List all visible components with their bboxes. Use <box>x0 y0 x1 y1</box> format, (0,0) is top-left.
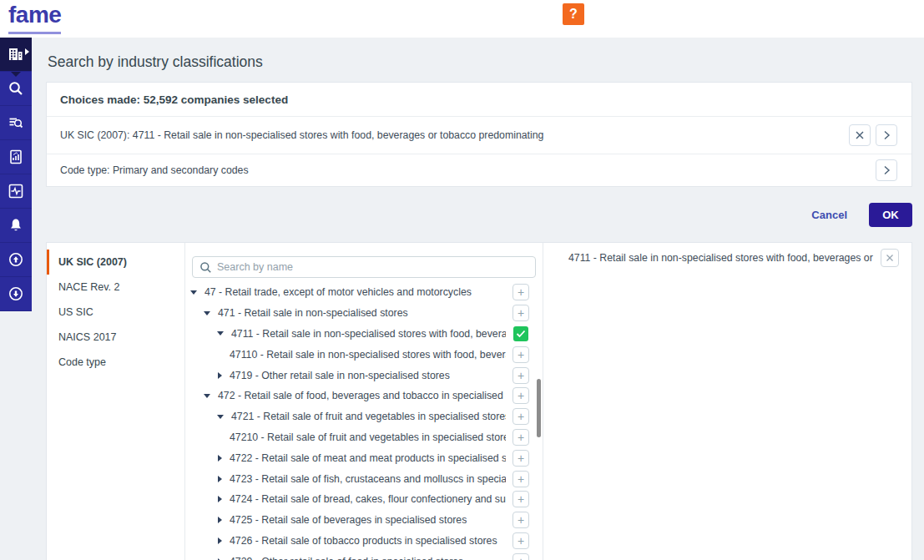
classification-nav-item[interactable]: US SIC <box>47 300 184 325</box>
classification-tree: 47 - Retail trade, except of motor vehic… <box>185 282 543 560</box>
cancel-button[interactable]: Cancel <box>811 209 847 221</box>
expand-node-arrow-icon[interactable] <box>218 476 222 482</box>
sidebar-item-search[interactable] <box>0 72 32 106</box>
report-icon <box>8 149 24 165</box>
add-node-button[interactable]: + <box>512 553 529 560</box>
sidebar-item-companies[interactable] <box>0 38 32 72</box>
add-node-button[interactable]: + <box>512 408 529 425</box>
choice-actions <box>876 159 897 181</box>
collapse-node-arrow-icon[interactable] <box>204 311 210 315</box>
help-button[interactable]: ? <box>563 3 584 25</box>
tree-row[interactable]: 47 - Retail trade, except of motor vehic… <box>185 282 543 303</box>
tree-search-box <box>192 256 536 278</box>
icon-sidebar <box>0 38 32 311</box>
classification-nav-item[interactable]: Code type <box>47 350 184 375</box>
add-node-button[interactable]: + <box>512 450 529 467</box>
tree-row[interactable]: 4711 - Retail sale in non-specialised st… <box>185 324 543 345</box>
download-circle-icon <box>8 285 24 302</box>
collapse-node-arrow-icon[interactable] <box>190 290 197 295</box>
expand-node-arrow-icon[interactable] <box>218 455 222 462</box>
search-icon <box>199 261 212 274</box>
collapse-node-arrow-icon[interactable] <box>217 415 224 419</box>
tree-node-label: 47110 - Retail sale in non-specialised s… <box>230 349 506 361</box>
add-node-button[interactable]: + <box>512 429 529 446</box>
add-node-button[interactable]: + <box>512 387 529 404</box>
tree-node-label: 4719 - Other retail sale in non-speciali… <box>230 370 450 381</box>
edit-choice-button[interactable] <box>876 159 897 181</box>
tree-row[interactable]: 471 - Retail sale in non-specialised sto… <box>185 303 543 324</box>
add-node-button[interactable]: + <box>512 346 529 363</box>
sidebar-item-export[interactable] <box>0 243 32 277</box>
sidebar-item-import[interactable] <box>0 277 32 311</box>
classification-tree-column: 47 - Retail trade, except of motor vehic… <box>184 243 543 560</box>
tree-node-label: 4725 - Retail sale of beverages in speci… <box>230 514 467 526</box>
collapse-node-arrow-icon[interactable] <box>204 394 210 398</box>
sidebar-item-reports[interactable] <box>0 140 32 174</box>
tree-row[interactable]: 4724 - Retail sale of bread, cakes, flou… <box>185 489 543 510</box>
expand-node-arrow-icon[interactable] <box>218 517 222 523</box>
classification-nav-item[interactable]: UK SIC (2007) <box>47 250 184 275</box>
tree-row[interactable]: 472 - Retail sale of food, beverages and… <box>185 386 543 406</box>
tree-node-label: 4711 - Retail sale in non-specialised st… <box>231 328 506 340</box>
tree-row[interactable]: 4729 - Other retail sale of food in spec… <box>185 551 543 560</box>
expand-node-arrow-icon[interactable] <box>218 372 222 379</box>
selected-code-label: 4711 - Retail sale in non-specialised st… <box>568 252 874 264</box>
close-icon <box>854 129 866 141</box>
choice-actions <box>849 124 897 146</box>
classification-nav-item[interactable]: NAICS 2017 <box>47 325 184 350</box>
sidebar-item-saved-searches[interactable] <box>0 106 32 140</box>
sidebar-item-analysis[interactable] <box>0 174 32 209</box>
tree-row[interactable]: 4726 - Retail sale of tobacco products i… <box>185 531 543 552</box>
remove-selected-code-button[interactable] <box>881 249 899 267</box>
sidebar-expand-arrow-icon <box>25 48 29 55</box>
tree-row[interactable]: 47210 - Retail sale of fruit and vegetab… <box>185 427 543 448</box>
tree-node-label: 4724 - Retail sale of bread, cakes, flou… <box>230 493 506 505</box>
tree-search-input[interactable] <box>217 261 528 273</box>
add-node-button[interactable]: + <box>512 305 529 321</box>
expand-node-arrow-icon[interactable] <box>218 496 222 502</box>
collapse-node-arrow-icon[interactable] <box>217 331 224 335</box>
tree-node-label: 4721 - Retail sale of fruit and vegetabl… <box>231 411 506 422</box>
add-node-button[interactable]: + <box>512 471 529 487</box>
classification-nav-label: Code type <box>58 356 106 368</box>
close-icon <box>885 253 895 263</box>
add-node-button[interactable]: + <box>512 512 529 528</box>
chevron-right-icon <box>881 129 892 141</box>
add-node-button[interactable]: + <box>512 532 529 549</box>
tree-node-label: 4723 - Retail sale of fish, crustaceans … <box>230 473 506 485</box>
saved-search-icon <box>8 114 24 131</box>
dialog-actions: Cancel OK <box>46 202 912 227</box>
upload-circle-icon <box>8 251 24 268</box>
alerts-bell-icon <box>8 217 24 234</box>
add-node-button[interactable]: + <box>512 491 529 507</box>
tree-scrollbar-thumb[interactable] <box>537 379 541 437</box>
check-icon <box>516 330 526 338</box>
selected-codes-column: 4711 - Retail sale in non-specialised st… <box>543 243 911 560</box>
tree-node-label: 47210 - Retail sale of fruit and vegetab… <box>230 431 506 443</box>
expand-node-arrow-icon[interactable] <box>218 537 222 544</box>
app-header: fame ? <box>0 0 924 38</box>
choice-row: UK SIC (2007): 4711 - Retail sale in non… <box>47 117 911 154</box>
classification-nav-label: UK SIC (2007) <box>58 256 127 268</box>
tree-row[interactable]: 47110 - Retail sale in non-specialised s… <box>185 344 543 365</box>
edit-choice-button[interactable] <box>876 124 897 146</box>
fame-application-window: fame ? <box>0 0 924 560</box>
add-node-button[interactable]: + <box>512 284 529 300</box>
ok-button[interactable]: OK <box>869 203 912 227</box>
tree-node-label: 4729 - Other retail sale of food in spec… <box>230 556 463 560</box>
remove-choice-button[interactable] <box>849 124 871 146</box>
tree-row[interactable]: 4723 - Retail sale of fish, crustaceans … <box>185 468 543 489</box>
analysis-pulse-icon <box>8 183 24 199</box>
classification-nav-item[interactable]: NACE Rev. 2 <box>47 275 184 300</box>
add-node-button[interactable]: + <box>512 367 529 384</box>
tree-row[interactable]: 4719 - Other retail sale in non-speciali… <box>185 365 543 386</box>
tree-row[interactable]: 4725 - Retail sale of beverages in speci… <box>185 510 543 531</box>
tree-row[interactable]: 4721 - Retail sale of fruit and vegetabl… <box>185 406 543 427</box>
classification-nav-label: NACE Rev. 2 <box>58 281 119 293</box>
sidebar-item-alerts[interactable] <box>0 209 32 243</box>
choice-row: Code type: Primary and secondary codes <box>47 154 911 186</box>
tree-row[interactable]: 4722 - Retail sale of meat and meat prod… <box>185 447 543 468</box>
choice-label: UK SIC (2007): 4711 - Retail sale in non… <box>47 129 543 141</box>
selected-node-checkbox[interactable] <box>513 326 528 341</box>
page-title: Search by industry classifications <box>48 53 263 71</box>
